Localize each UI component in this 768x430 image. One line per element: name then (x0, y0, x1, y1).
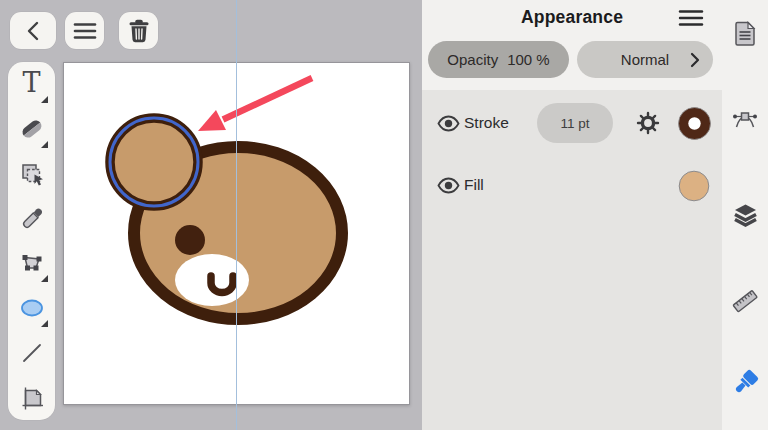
stroke-color-swatch[interactable] (677, 106, 712, 145)
ruler-icon (731, 287, 759, 315)
delete-button[interactable] (119, 12, 158, 49)
hamburger-icon (73, 22, 97, 40)
gear-icon (636, 111, 660, 135)
menu-button[interactable] (65, 12, 104, 49)
tool-eraser[interactable] (8, 107, 55, 152)
tool-ellipse[interactable] (8, 286, 55, 331)
opacity-button[interactable]: Opacity 100 % (428, 41, 569, 78)
annotation-arrow (198, 78, 312, 131)
back-button[interactable] (10, 12, 56, 49)
stroke-settings-button[interactable] (636, 111, 660, 139)
chevron-left-icon (25, 20, 41, 42)
ruler-button[interactable] (722, 287, 768, 315)
line-tool-icon (20, 341, 44, 365)
blend-mode-button[interactable]: Normal (577, 41, 713, 78)
layers-icon (733, 203, 758, 227)
flyout-indicator (41, 275, 48, 282)
blend-mode-value: Normal (621, 51, 669, 68)
document-panel-button[interactable] (722, 21, 768, 46)
stroke-visibility-toggle[interactable] (437, 115, 460, 136)
tool-artboard[interactable] (8, 375, 55, 420)
eye-icon (437, 115, 460, 132)
opacity-value: 100 % (507, 51, 550, 68)
flyout-indicator (41, 141, 48, 148)
stroke-width-value: 11 pt (560, 116, 589, 131)
opacity-label: Opacity (447, 51, 498, 68)
fill-label: Fill (464, 176, 484, 194)
tool-node[interactable] (8, 241, 55, 286)
document-icon (734, 21, 756, 46)
tool-duplicate[interactable] (8, 152, 55, 197)
artwork (0, 0, 422, 430)
fill-color-swatch[interactable] (678, 170, 710, 206)
eye-icon (437, 177, 460, 194)
artboard-tool-icon (19, 385, 45, 411)
vertical-guide[interactable] (236, 0, 237, 430)
tool-line[interactable] (8, 331, 55, 376)
text-tool-icon: T (22, 69, 40, 96)
style-brush-button[interactable] (722, 368, 768, 398)
flyout-indicator (41, 320, 48, 327)
fill-color-circle (679, 171, 709, 201)
paintbrush-icon (730, 368, 760, 398)
vector-node-icon (732, 107, 758, 131)
tool-text[interactable]: T (8, 62, 55, 107)
appearance-panel: Appearance Opacity 100 % Normal Stroke 1… (422, 0, 722, 430)
panel-title: Appearance (422, 7, 722, 28)
tool-eyedropper[interactable] (8, 196, 55, 241)
panel-menu-button[interactable] (678, 9, 704, 31)
stroke-width-button[interactable]: 11 pt (537, 103, 613, 143)
canvas-area[interactable] (0, 0, 422, 430)
trash-icon (128, 19, 150, 43)
chevron-right-icon (690, 52, 700, 68)
tool-strip: T (8, 62, 55, 420)
fill-visibility-toggle[interactable] (437, 177, 460, 198)
right-rail (722, 0, 768, 430)
node-tool-icon (19, 251, 45, 275)
duplicate-tool-icon (19, 161, 45, 187)
flyout-indicator (41, 96, 48, 103)
path-panel-button[interactable] (722, 107, 768, 131)
eyedropper-tool-icon (20, 207, 44, 231)
eraser-tool-icon (19, 117, 45, 141)
layers-panel-button[interactable] (722, 203, 768, 227)
mouse-eye-shape[interactable] (175, 225, 205, 255)
hamburger-icon (678, 9, 704, 27)
ellipse-tool-icon (19, 297, 45, 319)
stroke-label: Stroke (464, 114, 509, 132)
stroke-donut-hole (688, 117, 700, 129)
